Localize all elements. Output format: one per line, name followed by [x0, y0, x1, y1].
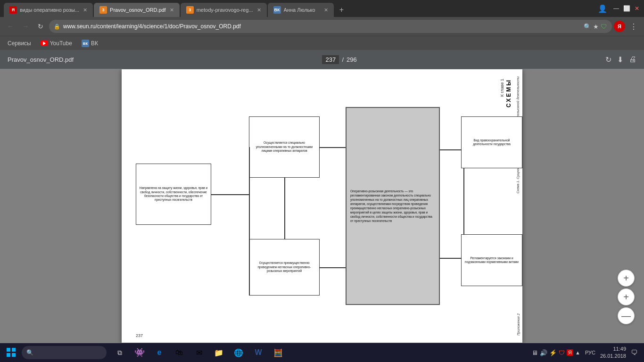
tab-4-favicon: ВК: [273, 6, 281, 14]
bookmark-vk[interactable]: вк ВК: [78, 39, 102, 48]
taskbar-files-app[interactable]: 📁: [209, 343, 228, 362]
page-number-display: 237: [136, 333, 143, 338]
tab-bar: Я виды оперативно розы... ✕ 3 Pravov_osn…: [0, 0, 644, 17]
pdf-reload-button[interactable]: ↻: [605, 55, 611, 64]
appendix-label: Приложение 2: [517, 313, 520, 336]
nav-actions: Я ⋮: [614, 20, 640, 33]
pdf-actions: ↻ ⬇ 🖨: [605, 55, 636, 64]
zoom-out-button[interactable]: —: [618, 307, 635, 324]
browser-window: Я виды оперативно розы... ✕ 3 Pravov_osn…: [0, 0, 644, 343]
page-separator: /: [342, 56, 344, 63]
tray-icons: 🖥 🔊 ⚡ 🛡 Я ▲: [532, 349, 580, 356]
tab-3-favicon: 3: [186, 6, 194, 14]
tray-antivirus-icon[interactable]: 🛡: [559, 349, 565, 356]
close-button[interactable]: ✕: [634, 5, 640, 12]
taskbar-apps: ⧉ 👾 e 🛍 ✉ 📁 🌐 W 🧮: [110, 343, 288, 362]
address-bar[interactable]: 🔒 🔍 ★ 🛡: [49, 20, 612, 33]
taskbar-tray: 🖥 🔊 ⚡ 🛡 Я ▲ РУС 11:49 26.01.2018 🗨: [532, 346, 641, 360]
box-protection: Направлена на защиту жизни, здоровья, пр…: [136, 164, 211, 225]
box-law-enforcement-type: Вид правоохранительной деятельности госу…: [461, 116, 522, 168]
taskbar-mail-app[interactable]: ✉: [190, 343, 208, 362]
taskbar-edge-app[interactable]: e: [150, 343, 169, 362]
clock-time: 11:49: [600, 346, 626, 353]
tab-1-close[interactable]: ✕: [79, 7, 87, 13]
pdf-pagination: / 296: [322, 55, 356, 64]
windows-logo: [7, 348, 16, 357]
tray-yandex-icon[interactable]: Я: [567, 349, 573, 356]
taskbar-alien-app[interactable]: 👾: [130, 343, 149, 362]
tray-notification-icon[interactable]: 🗨: [631, 349, 637, 356]
total-pages: 296: [347, 56, 357, 63]
yandex-button[interactable]: Я: [614, 21, 625, 32]
taskbar-search[interactable]: 🔍: [22, 346, 107, 359]
tray-bluetooth-icon[interactable]: ⚡: [549, 349, 557, 356]
tab-3[interactable]: 3 metody-pravovogo-reg... ✕: [181, 3, 267, 17]
tray-network-icon[interactable]: 🖥: [532, 349, 538, 356]
connector-h-center-right-bot: [440, 258, 463, 259]
connector-v-left: [284, 178, 285, 239]
taskbar-calc-app[interactable]: 🧮: [269, 343, 288, 362]
tray-sound-icon[interactable]: 🔊: [540, 349, 547, 356]
zoom-controls: + + —: [618, 270, 635, 324]
tray-clock[interactable]: 11:49 26.01.2018: [600, 346, 626, 360]
forward-button[interactable]: →: [19, 20, 32, 33]
connector-h-lower-to-center: [320, 267, 346, 268]
pdf-download-button[interactable]: ⬇: [617, 55, 623, 64]
clock-date: 26.01.2018: [600, 353, 626, 360]
maximize-button[interactable]: ⬜: [623, 5, 630, 12]
zoom-in-button-2[interactable]: +: [618, 288, 635, 305]
pdf-print-button[interactable]: 🖨: [629, 55, 636, 64]
page-number-input[interactable]: [322, 55, 339, 64]
minimize-button[interactable]: —: [613, 5, 619, 12]
back-button[interactable]: ←: [4, 20, 17, 33]
tab-1[interactable]: Я виды оперативно розы... ✕: [4, 3, 93, 17]
diagram-area: Направлена на защиту жизни, здоровья, пр…: [131, 79, 494, 333]
connector-h-center-right-top: [440, 149, 463, 150]
window-controls: 👤 — ⬜ ✕: [596, 2, 640, 17]
shield-icon[interactable]: 🛡: [601, 23, 607, 30]
vk-icon: вк: [82, 40, 89, 47]
bookmarks-bar: Сервисы YouTube вк ВК: [0, 36, 644, 50]
reload-button[interactable]: ↻: [34, 20, 47, 33]
taskbar-word-app[interactable]: W: [249, 343, 268, 362]
box-regulated-by-law: Регламентируется законами и подзаконными…: [461, 234, 522, 286]
account-icon[interactable]: 👤: [596, 2, 609, 15]
tab-4-close[interactable]: ✕: [320, 7, 328, 13]
pdf-page: 237 Схема 1. Сущность и особенности опер…: [122, 69, 522, 343]
connector-v-left-2: [249, 147, 250, 194]
taskbar-store-app[interactable]: 🛍: [170, 343, 189, 362]
search-icon[interactable]: 🔍: [584, 23, 591, 30]
services-label: Сервисы: [8, 40, 31, 47]
tab-2-title: Pravov_osnov_ORD.pdf: [110, 7, 166, 13]
tray-expand-icon[interactable]: ▲: [575, 350, 580, 355]
lock-icon: 🔒: [54, 24, 60, 30]
youtube-label: YouTube: [50, 40, 72, 47]
box-main-definition: Оперативно-розыскная деятельность — это …: [346, 107, 440, 305]
tray-language[interactable]: РУС: [585, 350, 595, 355]
bookmark-star-icon[interactable]: ★: [593, 23, 599, 30]
pdf-filename: Pravov_osnov_ORD.pdf: [8, 56, 74, 63]
tab-2[interactable]: 3 Pravov_osnov_ORD.pdf ✕: [94, 3, 180, 17]
taskbar-search-icon: 🔍: [26, 349, 33, 356]
vk-label: ВК: [91, 40, 98, 47]
tab-1-title: виды оперативно розы...: [20, 7, 79, 13]
bookmark-services[interactable]: Сервисы: [4, 39, 35, 48]
tab-2-close[interactable]: ✕: [166, 7, 174, 13]
box-covert: Осуществляется преимущественно проведени…: [249, 239, 320, 296]
bookmark-youtube[interactable]: YouTube: [37, 39, 76, 48]
zoom-in-button-1[interactable]: +: [618, 270, 635, 287]
connector-v-left-3: [249, 194, 250, 296]
menu-button[interactable]: ⋮: [627, 20, 640, 33]
taskbar: 🔍 ⧉ 👾 e 🛍 ✉ 📁 🌐 W 🧮: [0, 343, 644, 362]
connector-h-upper-to-center: [320, 147, 346, 148]
task-view-button[interactable]: ⧉: [110, 343, 129, 362]
new-tab-button[interactable]: +: [335, 3, 349, 17]
start-button[interactable]: [3, 344, 20, 361]
tab-2-favicon: 3: [99, 6, 107, 14]
tab-4[interactable]: ВК Анна Люлько ✕: [268, 3, 334, 17]
address-input[interactable]: [63, 23, 581, 30]
chapter-heading: К главе 1: [500, 79, 504, 97]
taskbar-chrome-app[interactable]: 🌐: [229, 343, 248, 362]
tab-3-close[interactable]: ✕: [253, 7, 261, 13]
tab-1-favicon: Я: [9, 6, 17, 14]
